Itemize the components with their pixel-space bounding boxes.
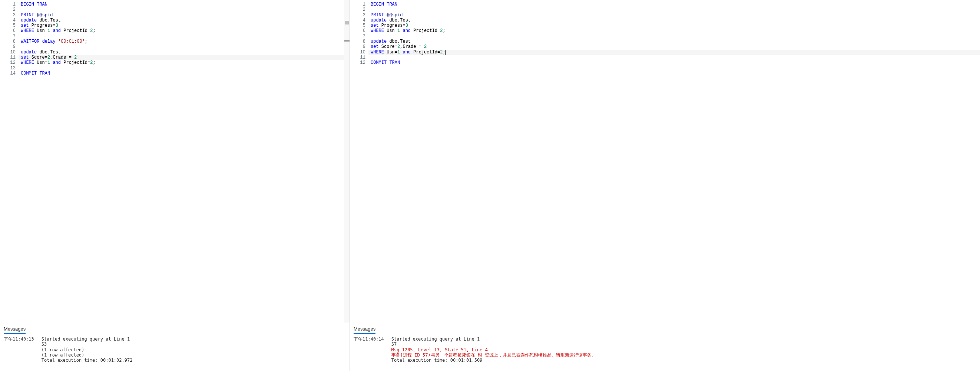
messages-panel-left: Messages 下午11:40:13 Started executing qu… xyxy=(0,323,350,371)
line-number: 1 xyxy=(350,2,366,7)
code-line[interactable] xyxy=(19,66,344,71)
line-gutter-left: 1234567891011121314 xyxy=(0,0,19,323)
scrollbar-left[interactable] xyxy=(344,0,350,323)
line-number: 7 xyxy=(350,34,366,39)
message-line: (1 row affected) xyxy=(41,347,133,352)
code-line[interactable] xyxy=(368,34,980,39)
line-number: 4 xyxy=(350,18,366,23)
line-number: 8 xyxy=(0,39,16,44)
line-number: 11 xyxy=(350,55,366,60)
code-line[interactable]: COMMIT TRAN xyxy=(19,71,344,76)
msg-time-left: 下午11:40:13 xyxy=(4,336,34,363)
code-line[interactable]: WHERE Usn=1 and ProjectId=2; xyxy=(368,28,980,34)
message-line: (1 row affected) xyxy=(41,352,133,358)
messages-body-right[interactable]: 下午11:40:14 Started executing query at Li… xyxy=(350,334,980,371)
code-content-right[interactable]: BEGIN TRANPRINT @@spidupdate dbo.Testset… xyxy=(368,0,980,323)
line-number: 14 xyxy=(0,71,16,76)
msg-text-left: Started executing query at Line 1 53(1 r… xyxy=(41,336,133,363)
line-number: 4 xyxy=(0,18,16,23)
messages-body-left[interactable]: 下午11:40:13 Started executing query at Li… xyxy=(0,334,350,371)
line-number: 6 xyxy=(0,28,16,34)
line-number: 10 xyxy=(0,50,16,55)
code-line[interactable]: WHERE Usn=1 and ProjectId=2; xyxy=(19,60,344,65)
code-line[interactable] xyxy=(368,7,980,12)
editor-area-right[interactable]: 123456789101112 BEGIN TRANPRINT @@spidup… xyxy=(350,0,980,323)
code-line[interactable]: update dbo.Test xyxy=(19,18,344,23)
line-number: 1 xyxy=(0,2,16,7)
line-number: 3 xyxy=(350,13,366,18)
code-line[interactable]: update dbo.Test xyxy=(368,39,980,44)
code-line[interactable]: set Score=2,Grade = 2 xyxy=(368,44,980,50)
line-number: 11 xyxy=(0,55,16,60)
code-line[interactable]: COMMIT TRAN xyxy=(368,60,980,65)
line-number: 7 xyxy=(0,34,16,39)
line-number: 12 xyxy=(0,60,16,65)
line-number: 2 xyxy=(0,7,16,12)
overview-marker-left xyxy=(344,40,350,42)
line-number: 3 xyxy=(0,13,16,18)
code-line[interactable]: WHERE Usn=1 and ProjectId=2; xyxy=(19,28,344,34)
msg-text-right: Started executing query at Line 1 57Msg … xyxy=(391,336,596,363)
line-number: 12 xyxy=(350,60,366,65)
msg-time-right: 下午11:40:14 xyxy=(353,336,384,363)
msg-header-left: Started executing query at Line 1 xyxy=(41,336,133,342)
code-line[interactable] xyxy=(368,55,980,60)
line-number: 10 xyxy=(350,50,366,55)
code-line[interactable] xyxy=(19,44,344,50)
message-line: 57 xyxy=(391,342,596,347)
messages-panel-right: Messages 下午11:40:14 Started executing qu… xyxy=(350,323,980,371)
code-line[interactable] xyxy=(19,34,344,39)
editor-pane-left: 1234567891011121314 BEGIN TRANPRINT @@sp… xyxy=(0,0,350,371)
editor-area-left[interactable]: 1234567891011121314 BEGIN TRANPRINT @@sp… xyxy=(0,0,350,323)
code-line[interactable]: update dbo.Test xyxy=(19,50,344,55)
line-number: 9 xyxy=(0,44,16,50)
code-line[interactable] xyxy=(19,7,344,12)
code-line[interactable]: BEGIN TRAN xyxy=(19,2,344,7)
code-line[interactable]: WAITFOR delay '00:01:00'; xyxy=(19,39,344,44)
code-line[interactable]: BEGIN TRAN xyxy=(368,2,980,7)
code-content-left[interactable]: BEGIN TRANPRINT @@spidupdate dbo.Testset… xyxy=(19,0,344,323)
messages-tab-left[interactable]: Messages xyxy=(0,323,350,334)
messages-tab-right[interactable]: Messages xyxy=(350,323,980,334)
code-line[interactable]: PRINT @@spid xyxy=(368,13,980,18)
code-line[interactable]: set Progress=3 xyxy=(19,23,344,28)
editor-pane-right: 123456789101112 BEGIN TRANPRINT @@spidup… xyxy=(350,0,980,371)
line-number: 5 xyxy=(0,23,16,28)
line-number: 5 xyxy=(350,23,366,28)
scrollbar-thumb-left[interactable] xyxy=(345,21,349,24)
text-cursor xyxy=(445,50,445,55)
line-number: 13 xyxy=(0,66,16,71)
messages-tab-label-left: Messages xyxy=(4,326,25,334)
line-number: 9 xyxy=(350,44,366,50)
code-line[interactable]: PRINT @@spid xyxy=(19,13,344,18)
code-line[interactable]: WHERE Usn=1 and ProjectId=2; xyxy=(368,50,980,55)
line-number: 8 xyxy=(350,39,366,44)
message-line: 事务(进程 ID 57)与另一个进程被死锁在 锁 资源上，并且已被选作死锁牺牲品… xyxy=(391,352,596,358)
code-line[interactable]: set Progress=3 xyxy=(368,23,980,28)
line-number: 2 xyxy=(350,7,366,12)
message-line: Total execution time: 00:01:02.972 xyxy=(41,358,133,363)
message-line: 53 xyxy=(41,342,133,347)
message-line: Msg 1205, Level 13, State 51, Line 4 xyxy=(391,347,596,352)
code-line[interactable]: set Score=2,Grade = 2 xyxy=(19,55,344,60)
code-line[interactable]: update dbo.Test xyxy=(368,18,980,23)
message-line: Total execution time: 00:01:01.509 xyxy=(391,358,596,363)
line-number: 6 xyxy=(350,28,366,34)
line-gutter-right: 123456789101112 xyxy=(350,0,368,323)
msg-header-right: Started executing query at Line 1 xyxy=(391,336,596,342)
messages-tab-label-right: Messages xyxy=(353,326,375,334)
